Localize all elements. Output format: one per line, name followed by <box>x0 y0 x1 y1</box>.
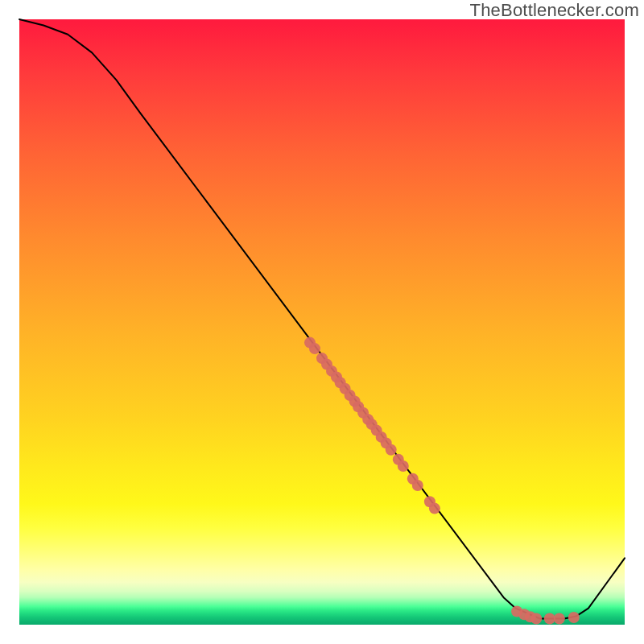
scatter-points <box>304 337 580 625</box>
data-point <box>568 612 580 623</box>
chart-svg <box>19 19 625 625</box>
data-point <box>309 343 320 354</box>
data-point <box>554 613 565 625</box>
data-point <box>544 613 555 625</box>
data-point <box>530 613 542 625</box>
watermark-text: TheBottlenecker.com <box>470 0 639 21</box>
bottleneck-curve <box>19 19 625 619</box>
data-point <box>412 480 423 491</box>
data-point <box>386 444 397 456</box>
data-point <box>429 503 440 514</box>
chart-container: TheBottlenecker.com <box>0 0 644 644</box>
data-point <box>398 460 409 472</box>
plot-area <box>19 19 625 625</box>
